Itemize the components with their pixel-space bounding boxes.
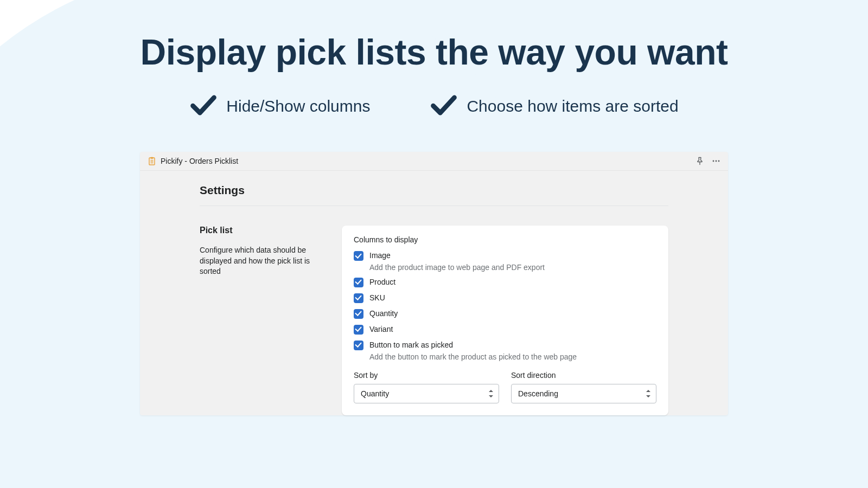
checkbox-product[interactable] [354, 278, 363, 287]
checkbox-label: SKU [369, 293, 385, 303]
clipboard-icon [148, 157, 156, 165]
pin-icon[interactable] [695, 157, 704, 165]
svg-point-6 [713, 160, 714, 162]
chevron-sort-icon [646, 390, 651, 397]
columns-label: Columns to display [354, 235, 656, 244]
checkbox-help: Add the button to mark the product as pi… [369, 352, 577, 361]
settings-heading: Settings [200, 184, 668, 206]
chevron-sort-icon [489, 390, 494, 397]
checkbox-label: Quantity [369, 309, 398, 319]
hero-feature-sort: Choose how items are sorted [430, 91, 678, 121]
checkbox-row-product: Product [354, 277, 656, 287]
more-icon[interactable] [712, 157, 720, 165]
checkbox-sku[interactable] [354, 293, 363, 303]
section-title: Pick list [200, 226, 332, 235]
check-icon [430, 91, 458, 121]
section-description: Configure which data should be displayed… [200, 245, 332, 277]
checkbox-help: Add the product image to web page and PD… [369, 263, 545, 272]
picklist-card: Columns to display Image Add the product… [342, 226, 668, 415]
sort-by-select[interactable]: Quantity [354, 384, 499, 403]
sort-by-value: Quantity [361, 389, 389, 398]
app-name: Pickify - Orders Picklist [161, 157, 238, 165]
sort-direction-select[interactable]: Descending [511, 384, 656, 403]
hero-feature-label: Hide/Show columns [226, 97, 370, 115]
checkbox-row-sku: SKU [354, 293, 656, 303]
hero-feature-row: Hide/Show columns Choose how items are s… [0, 91, 868, 121]
checkbox-picked[interactable] [354, 341, 363, 350]
svg-rect-1 [151, 157, 154, 159]
svg-point-8 [718, 160, 720, 162]
settings-section-info: Pick list Configure which data should be… [200, 226, 332, 415]
hero-feature-label: Choose how items are sorted [467, 97, 678, 115]
checkbox-row-quantity: Quantity [354, 309, 656, 319]
hero-title: Display pick lists the way you want [0, 31, 868, 73]
checkbox-row-image: Image Add the product image to web page … [354, 251, 656, 272]
checkbox-image[interactable] [354, 251, 363, 261]
checkbox-row-variant: Variant [354, 324, 656, 335]
app-window: Pickify - Orders Picklist Settings Pick … [140, 152, 728, 415]
checkbox-label: Image [369, 251, 545, 261]
hero-feature-columns: Hide/Show columns [189, 91, 370, 121]
checkbox-row-picked: Button to mark as picked Add the button … [354, 340, 656, 361]
sort-direction-value: Descending [518, 389, 558, 398]
checkbox-label: Product [369, 277, 395, 287]
svg-point-7 [716, 160, 717, 162]
app-topbar: Pickify - Orders Picklist [140, 152, 728, 171]
check-icon [189, 91, 218, 121]
checkbox-label: Variant [369, 324, 393, 335]
checkbox-quantity[interactable] [354, 309, 363, 319]
sort-by-label: Sort by [354, 371, 499, 380]
checkbox-label: Button to mark as picked [369, 340, 577, 350]
sort-direction-label: Sort direction [511, 371, 656, 380]
checkbox-variant[interactable] [354, 325, 363, 335]
